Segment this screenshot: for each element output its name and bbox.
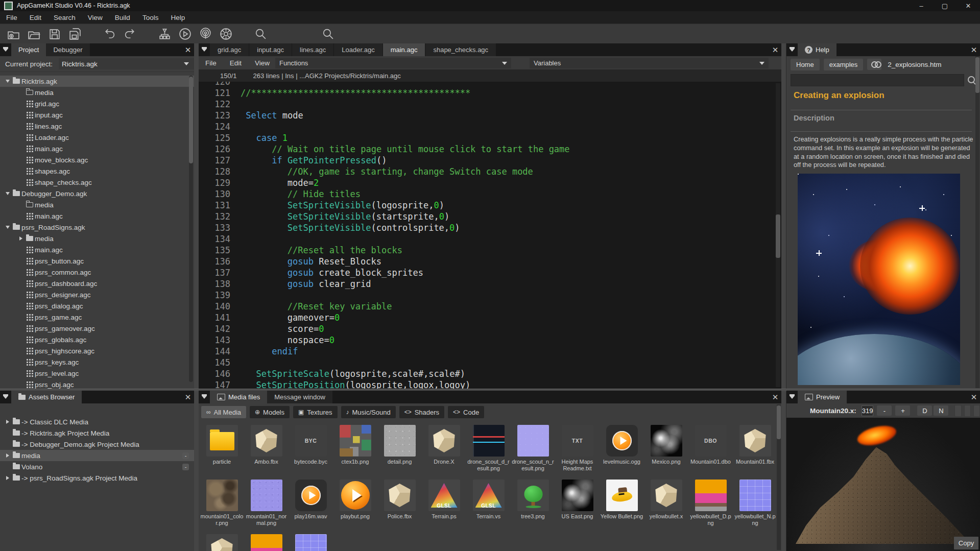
- filter-textures[interactable]: ▣Textures: [293, 406, 337, 418]
- diffuse-button[interactable]: D: [917, 405, 932, 416]
- filter-shaders[interactable]: <>Shaders: [399, 406, 444, 418]
- editor-tab-grid-agc[interactable]: grid.agc: [210, 43, 249, 56]
- asset-terrain-ps[interactable]: GLSLTerrain.ps: [422, 475, 466, 530]
- panel-menu-icon[interactable]: [199, 43, 210, 56]
- asset-height-maps-readme-txt[interactable]: TXTHeight Maps Readme.txt: [555, 421, 600, 475]
- variables-dropdown[interactable]: Variables: [530, 58, 769, 68]
- close-media-panel-button[interactable]: ✕: [769, 391, 781, 403]
- asset-police-fbx[interactable]: Police.fbx: [377, 475, 422, 530]
- assets-item-volano[interactable]: Volano-: [0, 461, 194, 472]
- tree-item-media[interactable]: media: [0, 233, 194, 244]
- broadcast-button[interactable]: [195, 25, 216, 43]
- tree-item-psrs-roadsigns-agk[interactable]: psrs_RoadSigns.agk: [0, 222, 194, 233]
- tree-item-grid-agc[interactable]: grid.agc: [0, 98, 194, 109]
- editor-menu-edit[interactable]: Edit: [223, 59, 248, 67]
- tree-item-psrs-level-agc[interactable]: psrs_level.agc: [0, 368, 194, 379]
- tab-debugger[interactable]: Debugger: [46, 43, 89, 56]
- tree-item-psrs-globals-agc[interactable]: psrs_globals.agc: [0, 334, 194, 345]
- asset-yellow-bullet-png[interactable]: Yellow Bullet.png: [600, 475, 644, 530]
- tab-help[interactable]: ? Help: [798, 43, 836, 56]
- asset-partial[interactable]: [289, 530, 333, 551]
- compile-button[interactable]: [154, 25, 175, 43]
- asset-drone-scout-d-result-png[interactable]: drone_scout_d_result.png: [466, 421, 511, 475]
- assets-item--ricktris-agk-project-media[interactable]: -> Ricktris.agk Project Media: [0, 427, 194, 439]
- texture-slot[interactable]: [964, 405, 971, 417]
- menu-build[interactable]: Build: [109, 12, 136, 23]
- close-editor-tab-button[interactable]: ✕: [769, 43, 781, 56]
- editor-tab-Loader-agc[interactable]: Loader.agc: [334, 43, 382, 56]
- editor-tab-shape_checks-agc[interactable]: shape_checks.agc: [425, 43, 496, 56]
- project-tree-scrollbar-thumb[interactable]: [189, 77, 193, 163]
- current-project-dropdown[interactable]: Ricktris.agk: [59, 58, 194, 69]
- vertical-splitter-left[interactable]: [194, 43, 199, 551]
- asset-mountain01-fbx[interactable]: Mountain01.fbx: [733, 421, 777, 475]
- panel-menu-icon[interactable]: [786, 391, 798, 403]
- asset-yellowbullet-d-png[interactable]: yellowbullet_D.png: [688, 475, 733, 530]
- close-project-panel-button[interactable]: ✕: [182, 43, 194, 56]
- remove-badge[interactable]: -: [182, 464, 189, 470]
- increment-button[interactable]: +: [895, 405, 910, 416]
- help-scrollbar[interactable]: [975, 56, 979, 388]
- tree-item-lines-agc[interactable]: lines.agc: [0, 121, 194, 132]
- tab-project[interactable]: Project: [11, 43, 46, 56]
- filter-models[interactable]: ⊕Models: [250, 406, 290, 418]
- close-button[interactable]: ✕: [957, 0, 980, 11]
- run-button[interactable]: [175, 25, 195, 43]
- help-scrollbar-thumb[interactable]: [975, 57, 979, 93]
- tree-item-main-agc[interactable]: main.agc: [0, 210, 194, 222]
- help-examples-button[interactable]: examples: [824, 59, 864, 70]
- tree-item-psrs-designer-agc[interactable]: psrs_designer.agc: [0, 289, 194, 300]
- debug-button[interactable]: [216, 25, 236, 43]
- asset-ambo-fbx[interactable]: Ambo.fbx: [244, 421, 289, 475]
- panel-menu-icon[interactable]: [0, 391, 11, 403]
- copy-button[interactable]: Copy: [954, 537, 978, 549]
- asset-mountain01-color-png[interactable]: mountain01_color.png: [200, 475, 244, 530]
- tab-assets-browser[interactable]: Assets Browser: [11, 391, 82, 403]
- preview-3d-view[interactable]: [786, 418, 980, 551]
- functions-dropdown[interactable]: Functions: [275, 58, 511, 68]
- tree-item-ricktris-agk[interactable]: Ricktris.agk: [0, 76, 194, 87]
- asset-drone-scout-n-result-png[interactable]: drone_scout_n_result.png: [511, 421, 555, 475]
- code-editor[interactable]: 120121//********************************…: [199, 82, 781, 389]
- decrement-button[interactable]: -: [877, 405, 892, 416]
- texture-slot[interactable]: [973, 405, 980, 417]
- asset-yellowbullet-n-png[interactable]: yellowbullet_N.png: [733, 475, 777, 530]
- tab-preview[interactable]: Preview: [798, 391, 847, 403]
- tree-item-psrs-dashboard-agc[interactable]: psrs_dashboard.agc: [0, 278, 194, 289]
- tree-item-main-agc[interactable]: main.agc: [0, 143, 194, 154]
- asset-drone-x[interactable]: Drone.X: [422, 421, 466, 475]
- asset-mexico-png[interactable]: Mexico.png: [644, 421, 688, 475]
- assets-item--debugger-demo-agk-project-media[interactable]: -> Debugger_Demo.agk Project Media: [0, 439, 194, 450]
- assets-item--classic-dlc-media[interactable]: -> Classic DLC Media: [0, 416, 194, 427]
- search-button[interactable]: [250, 25, 271, 43]
- close-preview-panel-button[interactable]: ✕: [968, 391, 980, 403]
- save-button[interactable]: [44, 25, 64, 43]
- tree-item-media[interactable]: media: [0, 199, 194, 210]
- asset-partial[interactable]: [200, 530, 244, 551]
- save-all-button[interactable]: [64, 25, 85, 43]
- editor-menu-file[interactable]: File: [199, 59, 223, 67]
- tree-item-psrs-gameover-agc[interactable]: psrs_gameover.agc: [0, 323, 194, 334]
- close-help-panel-button[interactable]: ✕: [968, 43, 980, 56]
- assets-item-media[interactable]: media-: [0, 450, 194, 461]
- tree-item-psrs-keys-agc[interactable]: psrs_keys.agc: [0, 356, 194, 368]
- filter-all-media[interactable]: ∞All Media: [201, 406, 246, 418]
- asset-terrain-vs[interactable]: GLSLTerrain.vs: [466, 475, 511, 530]
- asset-mountain01-dbo[interactable]: DBOMountain01.dbo: [688, 421, 733, 475]
- tree-item-shapes-agc[interactable]: shapes.agc: [0, 165, 194, 177]
- normal-button[interactable]: N: [934, 405, 948, 416]
- asset-tree3-png[interactable]: tree3.png: [511, 475, 555, 530]
- tree-item-psrs-button-agc[interactable]: psrs_button.agc: [0, 255, 194, 267]
- editor-scrollbar-thumb[interactable]: [776, 214, 780, 258]
- menu-view[interactable]: View: [82, 12, 109, 23]
- tree-item-main-agc[interactable]: main.agc: [0, 244, 194, 255]
- menu-tools[interactable]: Tools: [136, 12, 165, 23]
- tree-item-psrs-common-agc[interactable]: psrs_common.agc: [0, 267, 194, 278]
- menu-file[interactable]: File: [0, 12, 23, 23]
- undo-button[interactable]: [99, 25, 119, 43]
- texture-slot[interactable]: [954, 405, 961, 417]
- link-icon[interactable]: [867, 59, 881, 70]
- panel-menu-icon[interactable]: [0, 43, 11, 56]
- open-project-button[interactable]: [23, 25, 44, 43]
- close-assets-panel-button[interactable]: ✕: [182, 391, 194, 403]
